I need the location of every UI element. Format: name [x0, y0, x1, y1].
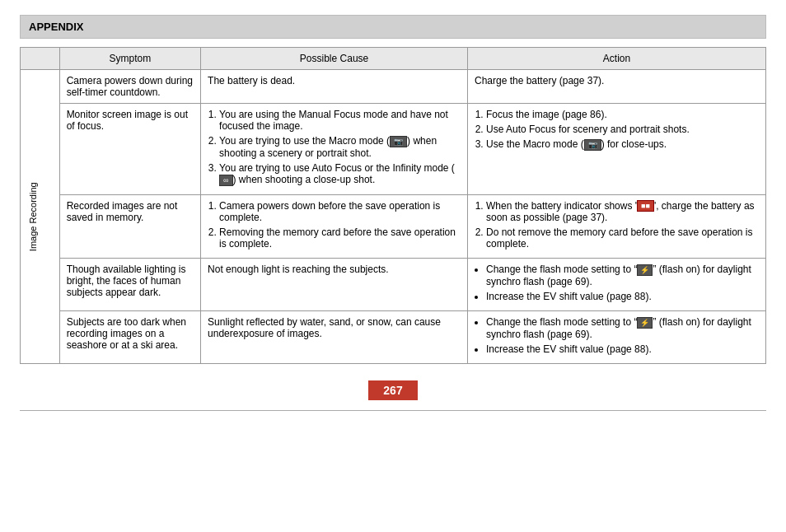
list-item: Increase the EV shift value (page 88).	[486, 291, 759, 302]
cause-cell: You are using the Manual Focus mode and …	[201, 104, 468, 195]
symptom-cell: Monitor screen image is out of focus.	[59, 104, 200, 195]
symptom-cell: Camera powers down during self-timer cou…	[59, 70, 200, 104]
flash-icon-2: ⚡	[637, 317, 653, 329]
action-cell: Change the flash mode setting to “⚡” (fl…	[467, 259, 765, 311]
cause-cell: Sunlight reflected by water, sand, or sn…	[201, 311, 468, 364]
list-item: You are trying to use the Macro mode (📷)…	[219, 135, 461, 159]
list-item: Removing the memory card before the save…	[219, 226, 461, 250]
cause-cell: Not enough light is reaching the subject…	[201, 259, 468, 311]
list-item: Camera powers down before the save opera…	[219, 200, 461, 223]
appendix-header: APPENDIX	[20, 15, 766, 39]
symptom-cell: Subjects are too dark when recording ima…	[59, 311, 200, 364]
col-label-header	[21, 48, 60, 70]
symptom-cell: Though available lighting is bright, the…	[59, 259, 200, 311]
action-list: Change the flash mode setting to “⚡” (fl…	[475, 264, 759, 302]
list-item: When the battery indicator shows '■■', c…	[486, 200, 759, 224]
page-number-container: 267	[20, 380, 766, 400]
list-item: Change the flash mode setting to “⚡” (fl…	[486, 316, 759, 340]
action-list: When the battery indicator shows '■■', c…	[475, 200, 759, 250]
list-item: Increase the EV shift value (page 88).	[486, 343, 759, 355]
table-row: Recorded images are not saved in memory.…	[21, 194, 766, 259]
cause-header: Possible Cause	[201, 48, 468, 70]
cause-cell: The battery is dead.	[201, 70, 468, 104]
infinity-icon: ∞	[219, 175, 232, 186]
list-item: You are trying to use Auto Focus or the …	[219, 162, 461, 186]
table-row: Subjects are too dark when recording ima…	[21, 311, 766, 364]
table-row: Though available lighting is bright, the…	[21, 259, 766, 311]
bottom-line	[20, 410, 766, 411]
action-cell: When the battery indicator shows '■■', c…	[467, 194, 765, 259]
appendix-title: APPENDIX	[29, 21, 83, 33]
action-cell: Change the flash mode setting to “⚡” (fl…	[467, 311, 765, 364]
list-item: Change the flash mode setting to “⚡” (fl…	[486, 264, 759, 287]
macro-icon-action: 📷	[584, 139, 601, 151]
page: APPENDIX Symptom Possible Cause Action I…	[0, 0, 786, 532]
list-item: Use the Macro mode (📷) for close-ups.	[486, 138, 759, 151]
list-item: Focus the image (page 86).	[486, 109, 759, 120]
page-number: 267	[368, 380, 417, 400]
action-list: Change the flash mode setting to “⚡” (fl…	[475, 316, 759, 355]
action-list: Focus the image (page 86). Use Auto Focu…	[475, 109, 759, 151]
main-table: Symptom Possible Cause Action Image Reco…	[20, 47, 766, 364]
symptom-cell: Recorded images are not saved in memory.	[59, 194, 200, 259]
cause-list: You are using the Manual Focus mode and …	[208, 109, 461, 186]
list-item: Do not remove the memory card before the…	[486, 226, 759, 250]
section-label: Image Recording	[21, 70, 60, 364]
cause-cell: Camera powers down before the save opera…	[201, 194, 468, 259]
flash-icon: ⚡	[637, 264, 653, 276]
battery-icon: ■■	[637, 200, 654, 212]
table-row: Monitor screen image is out of focus. Yo…	[21, 104, 766, 195]
list-item: Use Auto Focus for scenery and portrait …	[486, 124, 759, 135]
symptom-header: Symptom	[59, 48, 200, 70]
action-cell: Charge the battery (page 37).	[467, 70, 765, 104]
cause-list: Camera powers down before the save opera…	[208, 200, 461, 250]
table-row: Image Recording Camera powers down durin…	[21, 70, 766, 104]
list-item: You are using the Manual Focus mode and …	[219, 109, 461, 132]
action-header: Action	[467, 48, 765, 70]
macro-icon: 📷	[390, 136, 407, 147]
action-cell: Focus the image (page 86). Use Auto Focu…	[467, 104, 765, 195]
